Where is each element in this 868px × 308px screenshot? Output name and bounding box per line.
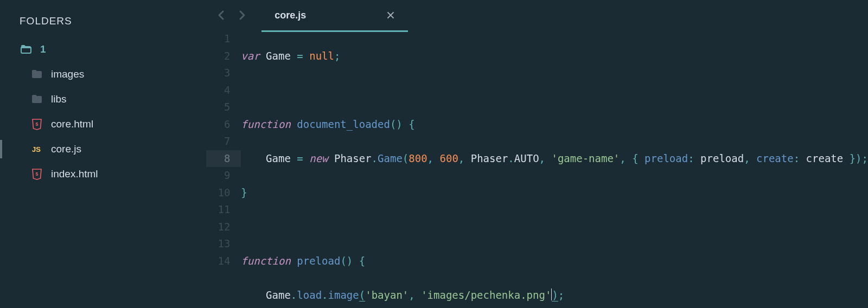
comma: , (458, 152, 471, 164)
indent (241, 152, 266, 164)
string: 'bayan' (365, 289, 409, 301)
paren: ( (403, 152, 409, 164)
operator: . (508, 152, 514, 164)
keyword: var (241, 50, 259, 62)
colon: : (688, 152, 700, 164)
identifier: Phaser (334, 152, 372, 164)
html-file-icon: 5 (30, 118, 43, 131)
number: 600 (440, 152, 458, 164)
keyword: new (309, 152, 328, 164)
nav-back-icon[interactable] (215, 9, 228, 22)
identifier: create (806, 152, 844, 164)
sidebar-item-core-js[interactable]: JS core.js (0, 137, 206, 162)
close-icon[interactable] (386, 11, 395, 20)
folder-icon (30, 93, 43, 106)
identifier: preload (700, 152, 744, 164)
js-file-icon: JS (30, 143, 43, 156)
identifier: Game (266, 289, 291, 301)
operator: = (291, 152, 309, 164)
string: 'game-name' (551, 152, 620, 164)
identifier: Game (266, 50, 291, 62)
comma: , (744, 152, 756, 164)
html-file-icon: 5 (30, 168, 43, 181)
comma: , (620, 152, 632, 164)
number: 800 (409, 152, 427, 164)
tab-core-js[interactable]: core.js (261, 0, 408, 30)
paren: ) (552, 289, 558, 301)
operator: = (291, 50, 309, 62)
brace: { (353, 255, 365, 267)
nav-forward-icon[interactable] (235, 9, 248, 22)
key: create (756, 152, 794, 164)
colon: : (794, 152, 806, 164)
semicolon: ; (558, 289, 564, 301)
gutter: 1234567 8 91011121314 (206, 30, 241, 308)
sidebar-item-label: core.html (51, 118, 93, 130)
code-area[interactable]: 1234567 8 91011121314 var Game = null; f… (206, 30, 868, 308)
function-name: preload (297, 255, 340, 267)
paren: ( (359, 289, 365, 301)
svg-text:JS: JS (32, 145, 41, 153)
brace: { (632, 152, 644, 164)
method: image (328, 289, 359, 301)
sidebar: FOLDERS 1 images libs 5 core.html JS cor… (0, 0, 206, 308)
indent (241, 289, 266, 301)
code-content[interactable]: var Game = null; function document_loade… (241, 30, 868, 308)
key: preload (644, 152, 688, 164)
caret (551, 288, 552, 300)
sidebar-item-index-html[interactable]: 5 index.html (0, 162, 206, 187)
svg-text:5: 5 (35, 171, 38, 177)
sidebar-item-libs[interactable]: libs (0, 87, 206, 112)
sidebar-root-label: 1 (40, 43, 46, 55)
literal: null (309, 50, 334, 62)
tab-bar: core.js (206, 0, 868, 30)
string: 'images/pechenka.png' (421, 289, 551, 301)
keyword: function (241, 118, 291, 130)
method: Game (378, 152, 403, 164)
paren: ( (390, 118, 396, 130)
comma: , (427, 152, 440, 164)
operator: . (291, 289, 297, 301)
operator: . (322, 289, 328, 301)
comma: , (409, 289, 421, 301)
paren: ) (856, 152, 861, 164)
folder-open-icon (20, 43, 33, 56)
brace: { (403, 118, 415, 130)
property: AUTO (514, 152, 539, 164)
sidebar-item-label: index.html (51, 168, 98, 180)
sidebar-item-label: images (51, 68, 84, 80)
brace: } (843, 152, 856, 164)
operator: ; (334, 50, 340, 62)
folder-icon (30, 68, 43, 81)
paren: ) (347, 255, 353, 267)
semicolon: ; (862, 152, 868, 164)
tab-label: core.js (275, 10, 306, 21)
operator: . (372, 152, 378, 164)
paren: ( (340, 255, 346, 267)
tab-nav (206, 9, 261, 22)
sidebar-heading: FOLDERS (0, 15, 206, 27)
property: load (297, 289, 322, 301)
comma: , (539, 152, 552, 164)
function-name: document_loaded (297, 118, 390, 130)
sidebar-root-folder[interactable]: 1 (0, 37, 206, 62)
sidebar-item-images[interactable]: images (0, 62, 206, 87)
paren: ) (396, 118, 402, 130)
brace: } (241, 187, 247, 198)
keyword: function (241, 255, 291, 267)
sidebar-item-core-html[interactable]: 5 core.html (0, 112, 206, 137)
identifier: Phaser (471, 152, 508, 164)
editor-pane: core.js 1234567 8 91011121314 var Game =… (206, 0, 868, 308)
identifier: Game (266, 152, 291, 164)
sidebar-item-label: libs (51, 93, 67, 105)
svg-text:5: 5 (35, 121, 38, 127)
sidebar-item-label: core.js (51, 143, 81, 155)
